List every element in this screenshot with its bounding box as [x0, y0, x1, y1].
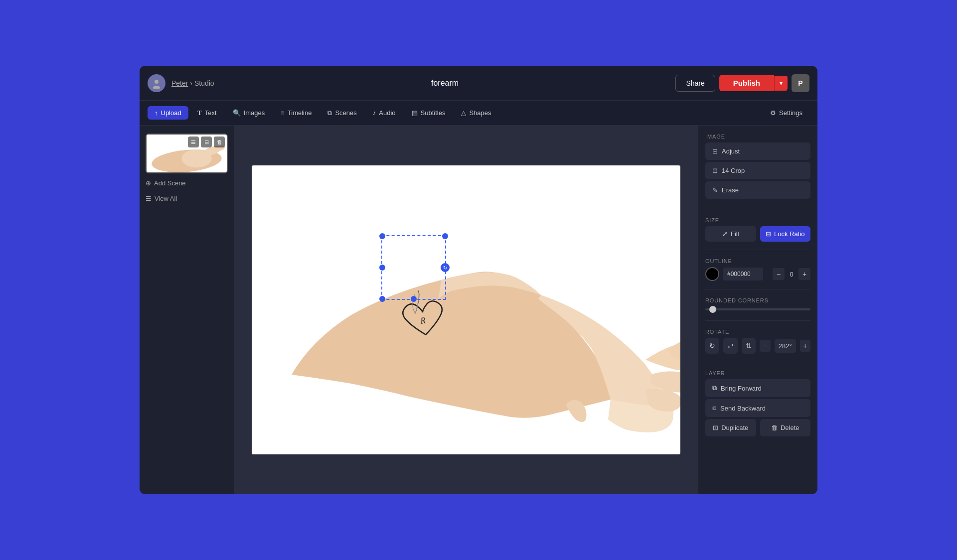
view-all-icon: ☰ — [146, 195, 152, 202]
bring-forward-label: Bring Forward — [721, 385, 762, 392]
fill-button[interactable]: ⤢ Fill — [705, 226, 756, 242]
rotate-section: ROTATE ↻ ⇄ ⇅ − 282° + — [705, 329, 810, 354]
crop-button[interactable]: ⊡ 14 Crop — [705, 162, 810, 179]
add-scene-button[interactable]: ⊕ Add Scene — [146, 177, 228, 189]
upload-button[interactable]: ↑ Upload — [148, 106, 188, 120]
rounded-corners-section: ROUNDED CORNERS — [705, 297, 810, 312]
scene-menu-button[interactable]: ☰ — [188, 137, 199, 147]
rotate-increase-button[interactable]: + — [800, 340, 810, 352]
outline-hex-input[interactable] — [723, 268, 763, 280]
shapes-icon: △ — [461, 109, 466, 117]
outline-value-control: − 0 + — [773, 268, 810, 280]
divider-3 — [705, 289, 810, 289]
breadcrumb-separator: › — [190, 79, 194, 87]
audio-label: Audio — [379, 109, 395, 117]
crop-icon: ⊡ — [712, 167, 718, 174]
duplicate-button[interactable]: ⊡ Duplicate — [705, 419, 756, 436]
timeline-label: Timeline — [288, 109, 312, 117]
shapes-label: Shapes — [469, 109, 491, 117]
duplicate-label: Duplicate — [721, 424, 748, 431]
rotate-controls-row: ↻ ⇄ ⇅ − 282° + — [705, 338, 810, 354]
erase-label: Erase — [722, 186, 739, 194]
size-section: SIZE ⤢ Fill ⊟ Lock Ratio — [705, 217, 810, 242]
erase-icon: ✎ — [712, 186, 718, 194]
breadcrumb-studio: Studio — [194, 79, 214, 87]
settings-button[interactable]: ⚙ Settings — [763, 106, 809, 120]
text-icon: 𝐓 — [197, 109, 202, 117]
scene-thumbnail[interactable]: ☰ ⊟ 🗑 — [146, 134, 228, 173]
outline-increase-button[interactable]: + — [798, 268, 810, 280]
action-row: ⊡ Duplicate 🗑 Delete — [705, 419, 810, 436]
send-backward-button[interactable]: ⧈ Send Backward — [705, 399, 810, 417]
outline-section-label: OUTLINE — [705, 258, 810, 264]
adjust-button[interactable]: ⊞ Adjust — [705, 142, 810, 160]
publish-button[interactable]: Publish — [719, 75, 774, 91]
settings-label: Settings — [779, 109, 802, 117]
adjust-label: Adjust — [722, 147, 740, 155]
rounded-corners-slider[interactable] — [705, 308, 810, 310]
rotate-cw-button[interactable]: ↻ — [705, 338, 719, 354]
outline-color-swatch[interactable] — [705, 267, 719, 281]
shapes-button[interactable]: △ Shapes — [454, 106, 498, 120]
adjust-icon: ⊞ — [712, 147, 718, 155]
upload-label: Upload — [161, 109, 181, 117]
flip-horizontal-button[interactable]: ⇄ — [723, 338, 737, 354]
rotate-decrease-button[interactable]: − — [760, 340, 770, 352]
send-backward-icon: ⧈ — [712, 404, 716, 412]
add-scene-icon: ⊕ — [146, 179, 151, 187]
header-actions: Share Publish ▾ P — [675, 74, 809, 92]
bring-forward-icon: ⧉ — [712, 384, 717, 392]
publish-dropdown-button[interactable]: ▾ — [774, 76, 788, 91]
lock-ratio-label: Lock Ratio — [774, 230, 804, 238]
scene-delete-button[interactable]: 🗑 — [214, 137, 225, 147]
scene-controls: ☰ ⊟ 🗑 — [188, 137, 225, 147]
app-container: Peter › Studio forearm Share Publish ▾ P… — [140, 66, 817, 494]
fill-label: Fill — [731, 230, 739, 238]
subtitles-button[interactable]: ▤ Subtitles — [405, 106, 453, 120]
toolbar: ↑ Upload 𝐓 Text 🔍 Images ≡ Timeline ⧉ Sc… — [140, 101, 817, 126]
images-button[interactable]: 🔍 Images — [226, 106, 272, 120]
divider-5 — [705, 362, 810, 362]
scene-copy-button[interactable]: ⊟ — [201, 137, 212, 147]
audio-icon: ♪ — [373, 109, 376, 117]
publish-btn-group: Publish ▾ — [719, 75, 788, 91]
size-buttons-row: ⤢ Fill ⊟ Lock Ratio — [705, 226, 810, 242]
main-content: ☰ ⊟ 🗑 ⊕ Add Scene — [140, 126, 817, 494]
right-panel: IMAGE ⊞ Adjust ⊡ 14 Crop ✎ Erase SIZE — [698, 126, 817, 494]
breadcrumb-user[interactable]: Peter — [171, 79, 188, 87]
scenes-button[interactable]: ⧉ Scenes — [320, 106, 363, 120]
canvas-area[interactable]: R ↻ — [234, 126, 698, 494]
outline-decrease-button[interactable]: − — [773, 268, 785, 280]
share-button[interactable]: Share — [675, 75, 715, 92]
user-initial-button[interactable]: P — [792, 74, 809, 92]
view-all-button[interactable]: ☰ View All — [146, 193, 228, 204]
rotate-value: 282° — [775, 339, 796, 353]
lock-ratio-icon: ⊟ — [766, 230, 771, 238]
delete-icon: 🗑 — [771, 424, 778, 431]
outline-controls-row: − 0 + — [705, 267, 810, 281]
fill-icon: ⤢ — [722, 230, 728, 238]
user-avatar — [148, 74, 165, 92]
crop-label: 14 Crop — [722, 167, 745, 174]
timeline-button[interactable]: ≡ Timeline — [274, 106, 319, 120]
layer-section-label: LAYER — [705, 370, 810, 376]
rounded-corners-thumb[interactable] — [709, 306, 716, 313]
send-backward-label: Send Backward — [720, 405, 766, 412]
delete-button[interactable]: 🗑 Delete — [760, 419, 811, 436]
image-section-label: IMAGE — [705, 134, 810, 140]
divider-2 — [705, 250, 810, 250]
breadcrumb: Peter › Studio — [171, 79, 214, 87]
header: Peter › Studio forearm Share Publish ▾ P — [140, 66, 817, 101]
lock-ratio-button[interactable]: ⊟ Lock Ratio — [760, 226, 811, 242]
add-scene-label: Add Scene — [154, 179, 186, 187]
subtitles-icon: ▤ — [412, 109, 418, 117]
size-section-label: SIZE — [705, 217, 810, 223]
audio-button[interactable]: ♪ Audio — [366, 106, 403, 120]
delete-label: Delete — [781, 424, 799, 431]
bring-forward-button[interactable]: ⧉ Bring Forward — [705, 379, 810, 397]
canvas[interactable]: R ↻ — [252, 165, 680, 454]
text-button[interactable]: 𝐓 Text — [190, 106, 224, 120]
erase-button[interactable]: ✎ Erase — [705, 181, 810, 199]
flip-vertical-button[interactable]: ⇅ — [742, 338, 756, 354]
view-all-label: View All — [155, 195, 177, 202]
